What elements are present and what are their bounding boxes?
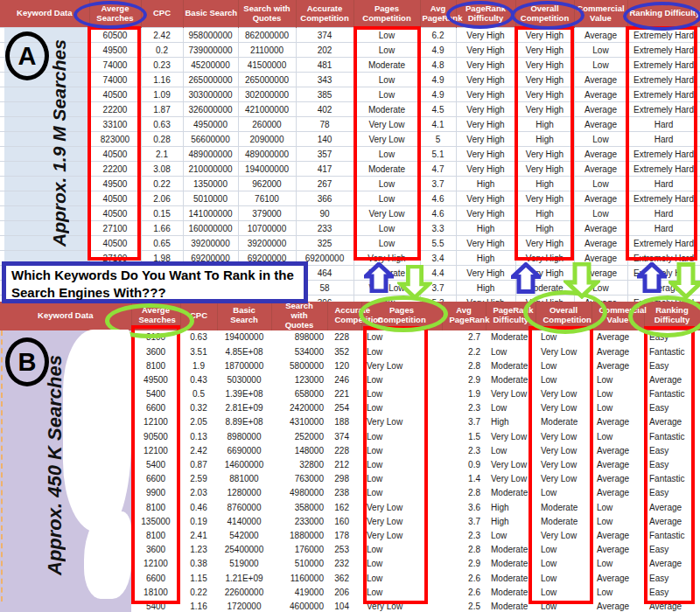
- cell[interactable]: Low: [592, 387, 644, 401]
- cell[interactable]: Very Low: [536, 457, 592, 471]
- cell[interactable]: 898000: [271, 330, 327, 344]
- cell[interactable]: Low: [361, 585, 442, 599]
- cell[interactable]: 1.98: [141, 251, 183, 266]
- cell[interactable]: 3.08: [141, 162, 183, 177]
- cell[interactable]: 2.6: [442, 571, 486, 585]
- cell[interactable]: 3.51: [180, 344, 217, 358]
- cell[interactable]: 228000000: [183, 281, 238, 296]
- cell[interactable]: Very High: [515, 102, 574, 117]
- cell[interactable]: Average: [574, 73, 627, 87]
- cell[interactable]: 0.63: [180, 330, 217, 344]
- cell[interactable]: 3600: [131, 344, 180, 358]
- cell[interactable]: Low: [536, 372, 592, 386]
- cell[interactable]: 267: [296, 177, 354, 191]
- cell[interactable]: 1.15: [180, 571, 217, 585]
- cell[interactable]: 238: [327, 486, 361, 500]
- cell[interactable]: 1.23: [180, 543, 217, 557]
- cell[interactable]: 419000: [271, 585, 327, 599]
- cell[interactable]: 0.87: [180, 457, 217, 471]
- cell[interactable]: 40500: [89, 206, 141, 221]
- cell[interactable]: 5400: [131, 387, 180, 401]
- cell[interactable]: 0.22: [180, 585, 217, 599]
- cell[interactable]: 4980000: [271, 486, 327, 500]
- cell[interactable]: 1.16: [141, 73, 183, 87]
- cell[interactable]: 2.3: [442, 528, 486, 542]
- cell[interactable]: 22600000: [217, 585, 271, 599]
- cell[interactable]: 22200: [89, 162, 141, 177]
- cell[interactable]: Very High: [456, 236, 515, 251]
- cell[interactable]: Very High: [456, 191, 515, 206]
- cell[interactable]: 4.6: [420, 191, 456, 206]
- cell[interactable]: 14600000: [217, 457, 271, 471]
- cell[interactable]: Easy: [644, 330, 700, 344]
- cell[interactable]: Extremely Hard: [627, 251, 700, 266]
- cell[interactable]: 368000: [89, 281, 141, 296]
- cell[interactable]: [0, 117, 89, 132]
- column-header[interactable]: Search with Quotes: [238, 0, 296, 28]
- cell[interactable]: 5800000: [271, 358, 327, 372]
- column-header[interactable]: Commercial Value: [592, 302, 644, 330]
- cell[interactable]: 5: [420, 132, 456, 147]
- cell[interactable]: 22200: [89, 102, 141, 117]
- cell[interactable]: 1.4: [442, 472, 486, 486]
- cell[interactable]: [0, 251, 89, 266]
- cell[interactable]: Moderate: [486, 486, 536, 500]
- column-header[interactable]: Basic Search: [217, 302, 271, 330]
- cell[interactable]: Low: [361, 457, 442, 471]
- cell[interactable]: 49500: [89, 177, 141, 191]
- cell[interactable]: 265000000: [183, 73, 238, 87]
- column-header[interactable]: Avg PageRank: [442, 302, 486, 330]
- column-header[interactable]: Overall Competition: [515, 0, 574, 28]
- cell[interactable]: 1880000: [271, 528, 327, 542]
- cell[interactable]: 3.6: [442, 500, 486, 514]
- cell[interactable]: Moderate: [486, 585, 536, 599]
- cell[interactable]: Very High: [456, 43, 515, 58]
- cell[interactable]: 2.1: [141, 147, 183, 162]
- cell[interactable]: [0, 221, 89, 236]
- cell[interactable]: 4.9: [420, 87, 456, 102]
- column-header[interactable]: Accurate Competition: [296, 0, 354, 28]
- cell[interactable]: 1.9: [180, 358, 217, 372]
- cell[interactable]: 9900: [131, 486, 180, 500]
- cell[interactable]: 464: [296, 266, 354, 281]
- cell[interactable]: 76100: [238, 191, 296, 206]
- cell[interactable]: Very High: [456, 147, 515, 162]
- cell[interactable]: Very High: [515, 236, 574, 251]
- cell[interactable]: [0, 177, 89, 191]
- cell[interactable]: Very High: [456, 102, 515, 117]
- cell[interactable]: 3.3: [420, 221, 456, 236]
- cell[interactable]: 302000000: [238, 87, 296, 102]
- cell[interactable]: 5.5: [420, 236, 456, 251]
- cell[interactable]: 4950000: [183, 117, 238, 132]
- cell[interactable]: Easy: [644, 443, 700, 457]
- cell[interactable]: [0, 73, 89, 87]
- cell[interactable]: 0.63: [141, 117, 183, 132]
- cell[interactable]: 333000000: [183, 266, 238, 281]
- cell[interactable]: 49500: [131, 372, 180, 386]
- cell[interactable]: 25400000: [217, 543, 271, 557]
- cell[interactable]: Low: [354, 87, 420, 102]
- column-header[interactable]: CPC: [180, 302, 217, 330]
- cell[interactable]: 33100: [89, 117, 141, 132]
- cell[interactable]: Moderate: [354, 102, 420, 117]
- column-header[interactable]: Averge Searches: [89, 0, 141, 28]
- cell[interactable]: 0.13: [180, 429, 217, 443]
- cell[interactable]: Easy: [644, 571, 700, 585]
- cell[interactable]: 90500: [131, 429, 180, 443]
- cell[interactable]: 2.8: [442, 486, 486, 500]
- cell[interactable]: 402: [296, 102, 354, 117]
- cell[interactable]: Low: [361, 486, 442, 500]
- cell[interactable]: Average: [592, 415, 644, 429]
- cell[interactable]: Average: [574, 266, 627, 281]
- cell[interactable]: Very High: [515, 73, 574, 87]
- cell[interactable]: 8100: [131, 500, 180, 514]
- cell[interactable]: 18100: [131, 585, 180, 599]
- cell[interactable]: Very High: [515, 191, 574, 206]
- cell[interactable]: Extremely Hard: [627, 102, 700, 117]
- cell[interactable]: Very High: [456, 132, 515, 147]
- cell[interactable]: High: [515, 221, 574, 236]
- cell[interactable]: 90: [296, 206, 354, 221]
- cell[interactable]: 2.9: [442, 557, 486, 571]
- cell[interactable]: 19400000: [217, 330, 271, 344]
- cell[interactable]: 12100: [131, 415, 180, 429]
